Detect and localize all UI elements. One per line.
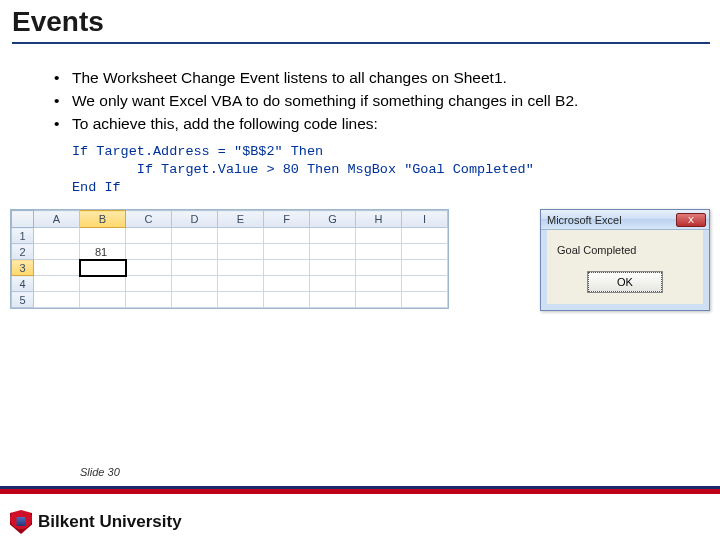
- cell-a1[interactable]: [34, 228, 80, 244]
- row-header-3[interactable]: 3: [12, 260, 34, 276]
- col-header-g[interactable]: G: [310, 211, 356, 228]
- code-block: If Target.Address = "$B$2" Then If Targe…: [54, 137, 690, 206]
- cell-b3[interactable]: [80, 260, 126, 276]
- bullet-item: To achieve this, add the following code …: [54, 114, 690, 135]
- col-header-f[interactable]: F: [264, 211, 310, 228]
- message-box-titlebar: Microsoft Excel X: [541, 210, 709, 230]
- cell-e2[interactable]: [218, 244, 264, 260]
- cell-h3[interactable]: [356, 260, 402, 276]
- cell-f3[interactable]: [264, 260, 310, 276]
- col-header-a[interactable]: A: [34, 211, 80, 228]
- cell-i4[interactable]: [402, 276, 448, 292]
- title-underline: [12, 42, 710, 44]
- cell-a4[interactable]: [34, 276, 80, 292]
- university-name: Bilkent University: [38, 512, 182, 532]
- slide-number: Slide 30: [80, 466, 120, 478]
- cell-c1[interactable]: [126, 228, 172, 244]
- row-header-1[interactable]: 1: [12, 228, 34, 244]
- shield-icon: [10, 510, 32, 534]
- cell-f5[interactable]: [264, 292, 310, 308]
- cell-a3[interactable]: [34, 260, 80, 276]
- message-box-text: Goal Completed: [557, 244, 693, 256]
- cell-h1[interactable]: [356, 228, 402, 244]
- cell-g3[interactable]: [310, 260, 356, 276]
- cell-c2[interactable]: [126, 244, 172, 260]
- cell-g2[interactable]: [310, 244, 356, 260]
- cell-d4[interactable]: [172, 276, 218, 292]
- cell-f2[interactable]: [264, 244, 310, 260]
- col-header-e[interactable]: E: [218, 211, 264, 228]
- cell-h4[interactable]: [356, 276, 402, 292]
- cell-b5[interactable]: [80, 292, 126, 308]
- cell-b4[interactable]: [80, 276, 126, 292]
- bullet-list: The Worksheet Change Event listens to al…: [54, 68, 690, 135]
- bullet-item: We only want Excel VBA to do something i…: [54, 91, 690, 112]
- cell-i2[interactable]: [402, 244, 448, 260]
- content-area: The Worksheet Change Event listens to al…: [0, 46, 720, 205]
- cell-d3[interactable]: [172, 260, 218, 276]
- grid-corner[interactable]: [12, 211, 34, 228]
- row-header-4[interactable]: 4: [12, 276, 34, 292]
- cell-e1[interactable]: [218, 228, 264, 244]
- cell-f1[interactable]: [264, 228, 310, 244]
- row-header-5[interactable]: 5: [12, 292, 34, 308]
- bullet-item: The Worksheet Change Event listens to al…: [54, 68, 690, 89]
- cell-f4[interactable]: [264, 276, 310, 292]
- cell-b1[interactable]: [80, 228, 126, 244]
- cell-e4[interactable]: [218, 276, 264, 292]
- col-header-h[interactable]: H: [356, 211, 402, 228]
- cell-d5[interactable]: [172, 292, 218, 308]
- col-header-i[interactable]: I: [402, 211, 448, 228]
- cell-d1[interactable]: [172, 228, 218, 244]
- page-title: Events: [12, 6, 710, 38]
- cell-e5[interactable]: [218, 292, 264, 308]
- cell-i3[interactable]: [402, 260, 448, 276]
- cell-e3[interactable]: [218, 260, 264, 276]
- footer-band: [0, 486, 720, 494]
- row-header-2[interactable]: 2: [12, 244, 34, 260]
- message-box: Microsoft Excel X Goal Completed OK: [540, 209, 710, 311]
- cell-c4[interactable]: [126, 276, 172, 292]
- cell-a5[interactable]: [34, 292, 80, 308]
- logo-row: Bilkent University: [10, 510, 182, 534]
- cell-b2[interactable]: 81: [80, 244, 126, 260]
- cell-a2[interactable]: [34, 244, 80, 260]
- excel-grid: ABCDEFGHI1281345: [10, 209, 449, 309]
- cell-h2[interactable]: [356, 244, 402, 260]
- cell-h5[interactable]: [356, 292, 402, 308]
- ok-button[interactable]: OK: [588, 272, 662, 292]
- cell-c3[interactable]: [126, 260, 172, 276]
- cell-g4[interactable]: [310, 276, 356, 292]
- cell-i5[interactable]: [402, 292, 448, 308]
- cell-g5[interactable]: [310, 292, 356, 308]
- close-icon[interactable]: X: [676, 213, 706, 227]
- cell-g1[interactable]: [310, 228, 356, 244]
- cell-d2[interactable]: [172, 244, 218, 260]
- col-header-b[interactable]: B: [80, 211, 126, 228]
- cell-c5[interactable]: [126, 292, 172, 308]
- col-header-d[interactable]: D: [172, 211, 218, 228]
- message-box-title: Microsoft Excel: [547, 214, 622, 226]
- col-header-c[interactable]: C: [126, 211, 172, 228]
- cell-i1[interactable]: [402, 228, 448, 244]
